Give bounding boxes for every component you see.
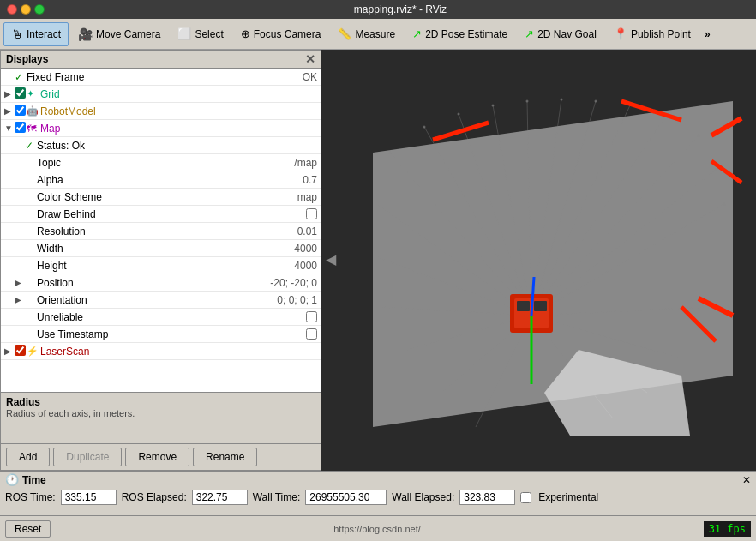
map-checkbox[interactable] [15, 122, 26, 133]
tree-row-use-timestamp[interactable]: Use Timestamp [1, 326, 321, 343]
map-icon: 🗺 [27, 123, 40, 134]
tree-row-fixed-frame[interactable]: ✓ Fixed Frame OK [1, 69, 321, 86]
robot-label: RobotModel [40, 105, 317, 117]
tree-row-color-scheme[interactable]: Color Scheme map [1, 189, 321, 206]
laser-checkbox-area[interactable] [15, 345, 27, 358]
expand-arrow[interactable] [15, 192, 25, 201]
viewport[interactable]: ◀ [321, 50, 756, 471]
tree-row-robot-model[interactable]: ▶ 🤖 RobotModel [1, 103, 321, 120]
wall-elapsed-input[interactable] [459, 490, 515, 505]
add-button[interactable]: Add [6, 448, 50, 466]
expand-arrow[interactable] [15, 141, 25, 150]
ros-elapsed-input[interactable] [192, 490, 248, 505]
experimental-checkbox[interactable] [520, 492, 531, 503]
nav-goal-label: 2D Nav Goal [537, 28, 597, 40]
expand-arrow[interactable] [15, 209, 25, 219]
ros-time-label: ROS Time: [5, 491, 56, 503]
laser-icon: ⚡ [27, 346, 40, 357]
window-controls[interactable] [7, 4, 45, 15]
tree-row-alpha[interactable]: Alpha 0.7 [1, 171, 321, 189]
pose-estimate-button[interactable]: ↗ 2D Pose Estimate [405, 22, 515, 46]
spacer [25, 243, 37, 255]
minimize-button[interactable] [21, 4, 31, 15]
maximize-button[interactable] [34, 4, 45, 15]
blog-url: https://blog.csdn.net/ [333, 524, 421, 534]
expand-arrow[interactable]: ▼ [4, 123, 15, 133]
displays-close-button[interactable]: ✕ [305, 52, 315, 66]
expand-arrow[interactable] [15, 175, 25, 184]
time-title: 🕐 Time [5, 473, 46, 486]
tree-row-draw-behind[interactable]: Draw Behind [1, 206, 321, 223]
map-checkbox-area[interactable] [15, 122, 27, 135]
draw-behind-checkbox[interactable] [306, 208, 317, 219]
tree-row-grid[interactable]: ▶ ✦ Grid [1, 86, 321, 103]
tree-row-position[interactable]: ▶ Position -20; -20; 0 [1, 274, 321, 292]
spacer [25, 311, 37, 323]
publish-point-button[interactable]: 📍 Publish Point [606, 22, 699, 46]
time-close-button[interactable]: ✕ [742, 474, 751, 486]
tree-row-resolution[interactable]: Resolution 0.01 [1, 223, 321, 240]
measure-button[interactable]: 📏 Measure [330, 22, 403, 46]
tree-row-orientation[interactable]: ▶ Orientation 0; 0; 0; 1 [1, 292, 321, 309]
info-title: Radius [6, 396, 315, 408]
expand-arrow[interactable] [15, 226, 25, 236]
robot-checkbox[interactable] [15, 105, 26, 116]
toolbar: 🖱 Interact 🎥 Move Camera ⬜ Select ⊕ Focu… [0, 19, 756, 50]
reset-button[interactable]: Reset [5, 520, 51, 538]
displays-tree[interactable]: ✓ Fixed Frame OK ▶ ✦ Grid ▶ 🤖 Rob [0, 69, 321, 393]
grid-checkbox[interactable] [15, 87, 26, 99]
expand-arrow[interactable]: ▶ [15, 295, 25, 304]
color-scheme-label: Color Scheme [37, 191, 297, 203]
duplicate-button[interactable]: Duplicate [53, 448, 122, 466]
nav-goal-button[interactable]: ↗ 2D Nav Goal [517, 22, 604, 46]
robot-checkbox-area[interactable] [15, 105, 27, 118]
move-camera-button[interactable]: 🎥 Move Camera [70, 22, 168, 46]
orientation-label: Orientation [37, 294, 277, 306]
unreliable-checkbox[interactable] [306, 311, 317, 322]
main-layout: Displays ✕ ✓ Fixed Frame OK ▶ ✦ Grid [0, 50, 756, 471]
tree-row-topic[interactable]: Topic /map [1, 154, 321, 171]
close-button[interactable] [7, 4, 17, 15]
expand-arrow[interactable]: ▶ [4, 106, 15, 116]
select-button[interactable]: ⬜ Select [170, 22, 231, 46]
laser-checkbox[interactable] [15, 345, 26, 356]
tree-row-map[interactable]: ▼ 🗺 Map [1, 120, 321, 137]
expand-arrow[interactable] [4, 72, 15, 81]
ros-time-input[interactable] [61, 490, 117, 505]
measure-label: Measure [355, 28, 395, 40]
wall-time-input[interactable] [305, 490, 387, 505]
resolution-value: 0.01 [297, 225, 317, 237]
expand-arrow[interactable]: ▶ [15, 278, 25, 287]
expand-arrow[interactable]: ▶ [4, 89, 15, 99]
use-timestamp-label: Use Timestamp [37, 328, 299, 340]
tree-row-width[interactable]: Width 4000 [1, 240, 321, 257]
expand-arrow[interactable] [15, 158, 25, 167]
check-icon: ✓ [25, 140, 37, 152]
tree-row-unreliable[interactable]: Unreliable [1, 309, 321, 326]
focus-camera-button[interactable]: ⊕ Focus Camera [233, 22, 329, 46]
expand-arrow[interactable] [15, 329, 25, 339]
publish-point-label: Publish Point [631, 28, 691, 40]
rename-button[interactable]: Rename [193, 448, 257, 466]
tree-row-height[interactable]: Height 4000 [1, 257, 321, 274]
focus-camera-icon: ⊕ [241, 27, 250, 40]
use-timestamp-checkbox[interactable] [306, 328, 317, 340]
svg-point-30 [595, 100, 597, 103]
remove-button[interactable]: Remove [125, 448, 189, 466]
more-tools-button[interactable]: » [700, 22, 715, 46]
status-bar: Reset https://blog.csdn.net/ 31 fps [0, 515, 756, 541]
expand-arrow[interactable] [15, 243, 25, 253]
spacer [25, 208, 37, 220]
svg-point-29 [561, 99, 563, 101]
interact-button[interactable]: 🖱 Interact [3, 22, 69, 46]
expand-arrow[interactable]: ▶ [4, 346, 15, 356]
tree-row-status[interactable]: ✓ Status: Ok [1, 137, 321, 154]
expand-arrow[interactable] [15, 312, 25, 322]
svg-point-33 [723, 203, 726, 206]
expand-arrow[interactable] [15, 261, 25, 270]
tree-row-laser-scan[interactable]: ▶ ⚡ LaserScan [1, 343, 321, 360]
spacer [25, 328, 37, 340]
fixed-frame-label: Fixed Frame [27, 71, 303, 83]
fps-display: 31 fps [704, 521, 751, 537]
grid-checkbox-area[interactable] [15, 87, 27, 101]
